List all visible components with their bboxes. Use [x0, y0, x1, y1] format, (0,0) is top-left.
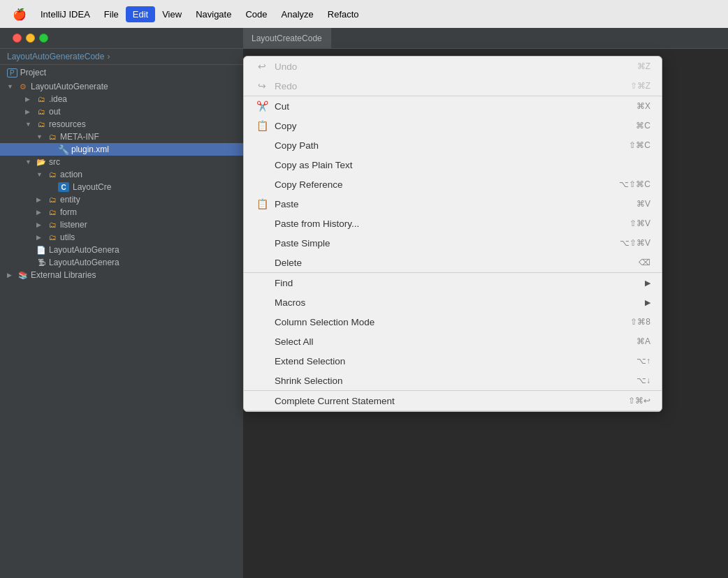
- shrink-sel-shortcut: ⌥↓: [636, 376, 650, 385]
- xml-file-icon: 🔧: [58, 144, 69, 154]
- complete-stmt-shortcut: ⇧⌘↩: [628, 396, 650, 406]
- menubar-analyze[interactable]: Analyze: [275, 6, 321, 22]
- menu-item-copy-ref[interactable]: Copy Reference ⌥⇧⌘C: [244, 175, 662, 194]
- tree-item-metainf[interactable]: ▼ 🗂 META-INF: [0, 131, 243, 143]
- editor-tab-bar: LayoutCreateCode: [243, 28, 728, 49]
- edit-dropdown-menu: ↩ Undo ⌘Z ↪ Redo ⇧⌘Z ✂️ Cut ⌘X 📋 Copy ⌘C: [243, 56, 662, 412]
- maximize-button[interactable]: [39, 34, 48, 43]
- project-icon: P: [7, 68, 17, 77]
- copy-plain-label: Copy as Plain Text: [275, 160, 645, 170]
- arrow-listener: ▶: [36, 221, 45, 228]
- menu-item-paste-history[interactable]: Paste from History... ⇧⌘V: [244, 214, 662, 233]
- menu-item-paste[interactable]: 📋 Paste ⌘V: [244, 194, 662, 214]
- menu-item-copy-path[interactable]: Copy Path ⇧⌘C: [244, 135, 662, 155]
- menu-item-macros[interactable]: Macros ▶: [244, 292, 662, 312]
- arrow-idea: ▶: [25, 96, 34, 103]
- menubar-app[interactable]: IntelliJ IDEA: [34, 6, 97, 22]
- copy-ref-shortcut: ⌥⇧⌘C: [619, 179, 650, 189]
- tree-item-pluginxml[interactable]: 🔧 plugin.xml: [0, 143, 243, 156]
- paste-label: Paste: [275, 199, 631, 209]
- shrink-sel-label: Shrink Selection: [275, 376, 631, 386]
- tree-item-root[interactable]: ▼ ⚙ LayoutAutoGenerate: [0, 80, 243, 93]
- menubar-edit[interactable]: Edit: [126, 6, 155, 22]
- arrow-entity: ▶: [36, 196, 45, 203]
- tree-item-resources[interactable]: ▼ 🗂 resources: [0, 118, 243, 131]
- select-all-label: Select All: [275, 336, 631, 347]
- tree-item-action[interactable]: ▼ 🗂 action: [0, 168, 243, 181]
- apple-menu[interactable]: 🍎: [6, 8, 34, 21]
- tree-label-form: form: [60, 207, 77, 217]
- menu-item-select-all[interactable]: Select All ⌘A: [244, 332, 662, 351]
- tree-item-listener[interactable]: ▶ 🗂 listener: [0, 218, 243, 231]
- file1-icon: 📄: [36, 245, 47, 255]
- cut-icon: ✂️: [255, 101, 269, 112]
- menu-item-find[interactable]: Find ▶: [244, 273, 662, 292]
- tree-item-utils[interactable]: ▶ 🗂 utils: [0, 231, 243, 244]
- menubar-view[interactable]: View: [155, 6, 189, 22]
- tree-label-metainf: META-INF: [60, 132, 99, 142]
- copy-path-label: Copy Path: [275, 140, 623, 151]
- arrow-root: ▼: [7, 83, 15, 90]
- arrow-extlib: ▶: [7, 272, 15, 279]
- editor-tab-main[interactable]: LayoutCreateCode: [243, 28, 331, 48]
- paste-history-label: Paste from History...: [275, 218, 624, 229]
- menubar-code[interactable]: Code: [238, 6, 274, 22]
- tree-item-idea[interactable]: ▶ 🗂 .idea: [0, 93, 243, 105]
- project-section-header: P Project: [0, 65, 243, 80]
- menu-section-statement: Complete Current Statement ⇧⌘↩: [244, 391, 662, 411]
- tree-item-extlib[interactable]: ▶ 📚 External Libraries: [0, 269, 243, 281]
- sidebar: LayoutAutoGenerateCode › P Project ▼ ⚙ L…: [0, 28, 243, 578]
- redo-icon: ↪: [255, 80, 269, 91]
- menu-item-delete[interactable]: Delete ⌫: [244, 253, 662, 272]
- menu-item-shrink-sel[interactable]: Shrink Selection ⌥↓: [244, 371, 662, 390]
- undo-icon: ↩: [255, 61, 269, 72]
- tree-label-root: LayoutAutoGenerate: [31, 82, 108, 91]
- menu-item-copy[interactable]: 📋 Copy ⌘C: [244, 116, 662, 135]
- paste-icon: 📋: [255, 198, 269, 209]
- folder-entity-icon: 🗂: [47, 195, 58, 205]
- folder-resources-icon: 🗂: [36, 119, 47, 129]
- minimize-button[interactable]: [26, 34, 35, 43]
- menu-section-undo-redo: ↩ Undo ⌘Z ↪ Redo ⇧⌘Z: [244, 57, 662, 96]
- find-label: Find: [275, 278, 639, 288]
- folder-idea-icon: 🗂: [36, 94, 47, 104]
- menu-item-undo[interactable]: ↩ Undo ⌘Z: [244, 57, 662, 76]
- tree-label-idea: .idea: [49, 94, 67, 104]
- menu-item-copy-plain[interactable]: Copy as Plain Text: [244, 155, 662, 175]
- tree-label-extlib: External Libraries: [31, 270, 96, 280]
- menubar-navigate[interactable]: Navigate: [189, 6, 238, 22]
- menu-item-complete-stmt[interactable]: Complete Current Statement ⇧⌘↩: [244, 391, 662, 410]
- menubar-refactor[interactable]: Refacto: [321, 6, 366, 22]
- close-button[interactable]: [13, 34, 22, 43]
- complete-stmt-label: Complete Current Statement: [275, 396, 623, 406]
- paste-shortcut: ⌘V: [636, 199, 650, 209]
- column-mode-shortcut: ⇧⌘8: [630, 317, 650, 327]
- tree-label-action: action: [60, 170, 82, 179]
- menu-item-column-mode[interactable]: Column Selection Mode ⇧⌘8: [244, 312, 662, 332]
- library-icon: 📚: [17, 270, 29, 280]
- menu-item-cut[interactable]: ✂️ Cut ⌘X: [244, 96, 662, 116]
- tree-item-entity[interactable]: ▶ 🗂 entity: [0, 193, 243, 206]
- tree-item-layoutcre[interactable]: C LayoutCre: [0, 181, 243, 193]
- tree-item-out[interactable]: ▶ 🗂 out: [0, 105, 243, 118]
- menu-item-paste-simple[interactable]: Paste Simple ⌥⇧⌘V: [244, 233, 662, 253]
- menu-item-extend-sel[interactable]: Extend Selection ⌥↑: [244, 351, 662, 371]
- redo-shortcut: ⇧⌘Z: [630, 81, 650, 91]
- menu-item-redo[interactable]: ↪ Redo ⇧⌘Z: [244, 76, 662, 96]
- project-label: Project: [20, 68, 46, 77]
- copy-icon: 📋: [255, 120, 269, 131]
- menubar: 🍎 IntelliJ IDEA File Edit View Navigate …: [0, 0, 728, 28]
- tree-item-src[interactable]: ▼ 📂 src: [0, 156, 243, 168]
- breadcrumb-sep: ›: [107, 52, 110, 61]
- menubar-file[interactable]: File: [97, 6, 126, 22]
- tree-label-entity: entity: [60, 195, 80, 205]
- folder-action-icon: 🗂: [47, 170, 58, 179]
- tree-item-file2[interactable]: 🗜 LayoutAutoGenera: [0, 256, 243, 269]
- delete-label: Delete: [275, 258, 633, 268]
- arrow-metainf: ▼: [36, 133, 45, 140]
- tree-label-utils: utils: [60, 232, 75, 242]
- column-mode-label: Column Selection Mode: [275, 317, 625, 327]
- macros-arrow: ▶: [645, 298, 650, 307]
- tree-item-form[interactable]: ▶ 🗂 form: [0, 206, 243, 218]
- tree-item-file1[interactable]: 📄 LayoutAutoGenera: [0, 244, 243, 256]
